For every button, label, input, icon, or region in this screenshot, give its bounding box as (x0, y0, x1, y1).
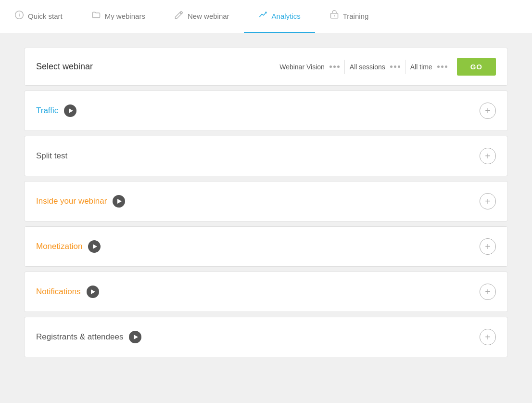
nav-item-new-webinar[interactable]: New webinar (160, 0, 244, 33)
main-content: Select webinar Webinar Vision All sessio… (0, 33, 532, 372)
go-button[interactable]: GO (457, 58, 496, 76)
section-card-split-test[interactable]: Split test + (24, 136, 508, 176)
plus-icon-registrants-attendees[interactable]: + (480, 329, 496, 345)
nav-item-training[interactable]: Training (315, 0, 383, 33)
filter-webinar-dots[interactable] (329, 65, 340, 68)
graduation-icon (329, 10, 339, 22)
filter-time[interactable]: All time (410, 63, 432, 71)
nav-item-analytics[interactable]: Analytics (244, 0, 315, 33)
nav-label-quick-start: Quick start (28, 12, 63, 20)
play-icon-inside-webinar[interactable] (113, 195, 125, 208)
plus-icon-traffic[interactable]: + (480, 103, 496, 119)
nav-label-training: Training (343, 12, 369, 20)
section-card-traffic[interactable]: Traffic + (24, 91, 508, 131)
filter-separator-2 (405, 60, 405, 74)
section-left-split-test: Split test (36, 151, 67, 161)
section-card-registrants-attendees[interactable]: Registrants & attendees + (24, 317, 508, 357)
filter-time-label: All time (410, 63, 432, 71)
filter-separator-1 (344, 60, 345, 74)
select-webinar-title: Select webinar (36, 62, 113, 72)
filter-webinar-label: Webinar Vision (279, 63, 325, 71)
section-left-inside-webinar: Inside your webinar (36, 195, 125, 208)
plus-icon-split-test[interactable]: + (480, 148, 496, 164)
play-icon-notifications[interactable] (87, 286, 99, 298)
info-circle-icon (14, 10, 24, 22)
section-card-notifications[interactable]: Notifications + (24, 272, 508, 312)
section-left-registrants-attendees: Registrants & attendees (36, 331, 141, 343)
folder-icon (91, 10, 101, 22)
filter-sessions[interactable]: All sessions (350, 63, 385, 71)
section-title-inside-webinar: Inside your webinar (36, 196, 107, 206)
nav-label-my-webinars: My webinars (105, 12, 145, 20)
play-icon-traffic[interactable] (64, 104, 76, 117)
filter-time-dots[interactable] (437, 65, 447, 68)
main-navigation: Quick start My webinars New webinar Anal… (0, 0, 532, 33)
filter-sessions-label: All sessions (350, 63, 385, 71)
section-title-split-test: Split test (36, 151, 67, 161)
select-webinar-card: Select webinar Webinar Vision All sessio… (24, 48, 508, 86)
svg-point-2 (19, 13, 19, 13)
section-title-registrants-attendees: Registrants & attendees (36, 332, 123, 342)
section-title-notifications: Notifications (36, 287, 81, 297)
plus-icon-inside-webinar[interactable]: + (480, 193, 496, 209)
section-card-inside-webinar[interactable]: Inside your webinar + (24, 181, 508, 221)
section-title-traffic: Traffic (36, 106, 58, 116)
filter-group: Webinar Vision All sessions All time (123, 58, 496, 76)
chart-icon (258, 10, 268, 22)
nav-item-my-webinars[interactable]: My webinars (77, 0, 160, 33)
filter-webinar-name[interactable]: Webinar Vision (279, 63, 325, 71)
section-left-traffic: Traffic (36, 104, 76, 117)
section-left-notifications: Notifications (36, 286, 99, 298)
plus-icon-notifications[interactable]: + (480, 284, 496, 300)
pencil-icon (174, 10, 184, 22)
play-icon-registrants-attendees[interactable] (129, 331, 141, 343)
section-card-monetization[interactable]: Monetization + (24, 226, 508, 267)
section-title-monetization: Monetization (36, 242, 82, 251)
plus-icon-monetization[interactable]: + (480, 238, 496, 255)
play-icon-monetization[interactable] (88, 240, 101, 253)
nav-label-analytics: Analytics (272, 12, 301, 20)
section-left-monetization: Monetization (36, 240, 101, 253)
filter-sessions-dots[interactable] (390, 65, 400, 68)
nav-label-new-webinar: New webinar (188, 12, 229, 20)
nav-item-quick-start[interactable]: Quick start (0, 0, 77, 33)
